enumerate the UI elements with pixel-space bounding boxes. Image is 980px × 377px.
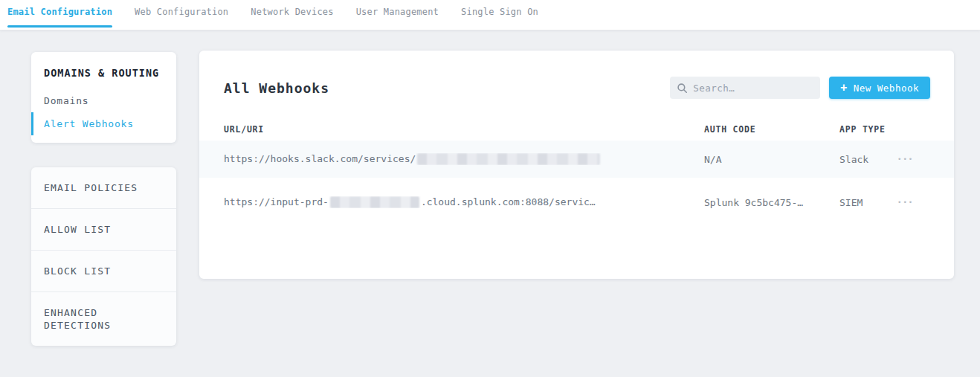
table-row: https://hooks.slack.com/services/ N/A Sl… (199, 141, 954, 178)
webhook-url-prefix: https://hooks.slack.com/services/ (224, 153, 416, 164)
tab-web-configuration[interactable]: Web Configuration (135, 0, 228, 30)
tab-email-configuration[interactable]: Email Configuration (7, 0, 112, 30)
webhook-url-cell: https://hooks.slack.com/services/ (224, 153, 704, 166)
search-icon (677, 83, 687, 93)
webhooks-panel: All Webhooks + New Webhook URL/URI AUTH … (199, 51, 954, 279)
search-input[interactable] (693, 83, 805, 94)
top-nav-tabs: Email Configuration Web Configuration Ne… (0, 0, 980, 30)
page-title: All Webhooks (224, 80, 329, 96)
header-actions: + New Webhook (670, 77, 930, 99)
column-header-url-uri: URL/URI (224, 124, 704, 135)
search-box[interactable] (670, 77, 820, 99)
plus-icon: + (840, 81, 848, 94)
tab-network-devices[interactable]: Network Devices (251, 0, 333, 30)
row-actions-menu-icon[interactable]: ••• (897, 155, 929, 163)
sidebar-item-allow-list[interactable]: ALLOW LIST (31, 209, 176, 251)
new-webhook-button[interactable]: + New Webhook (829, 77, 930, 99)
sidebar-item-alert-webhooks[interactable]: Alert Webhooks (31, 112, 176, 135)
redacted-url-segment (417, 153, 600, 165)
new-webhook-button-label: New Webhook (854, 83, 919, 94)
sidebar-item-email-policies[interactable]: EMAIL POLICIES (31, 167, 176, 209)
sidebar-item-enhanced-detections[interactable]: ENHANCED DETECTIONS (31, 292, 176, 346)
domains-routing-title: DOMAINS & ROUTING (44, 67, 164, 79)
table-row: https://input-prd-.cloud.splunk.com:8088… (199, 184, 954, 221)
app-type-cell: SIEM (839, 197, 897, 208)
app-type-cell: Slack (839, 154, 897, 165)
sidebar-sections-card: EMAIL POLICIES ALLOW LIST BLOCK LIST ENH… (31, 167, 176, 346)
webhook-url-suffix: .cloud.splunk.com:8088/servic… (421, 196, 596, 207)
auth-code-cell: N/A (704, 154, 839, 165)
panel-header: All Webhooks + New Webhook (199, 51, 954, 99)
tab-single-sign-on[interactable]: Single Sign On (461, 0, 538, 30)
row-actions-menu-icon[interactable]: ••• (897, 199, 929, 206)
tab-user-management[interactable]: User Management (356, 0, 439, 30)
webhook-url-cell: https://input-prd-.cloud.splunk.com:8088… (224, 196, 704, 209)
sidebar-item-block-list[interactable]: BLOCK LIST (31, 251, 176, 292)
top-nav-bar: Email Configuration Web Configuration Ne… (0, 0, 980, 30)
auth-code-cell: Splunk 9c5bc475-… (704, 197, 839, 208)
column-header-auth-code: AUTH CODE (704, 124, 839, 135)
column-header-app-type: APP TYPE (839, 124, 897, 135)
webhook-url-prefix: https://input-prd- (224, 196, 329, 207)
redacted-url-segment (330, 196, 419, 208)
sidebar-item-domains[interactable]: Domains (31, 89, 176, 112)
webhooks-table: URL/URI AUTH CODE APP TYPE https://hooks… (199, 118, 954, 221)
sidebar-domains-routing-card: DOMAINS & ROUTING Domains Alert Webhooks (31, 52, 176, 143)
table-header-row: URL/URI AUTH CODE APP TYPE (199, 118, 954, 141)
